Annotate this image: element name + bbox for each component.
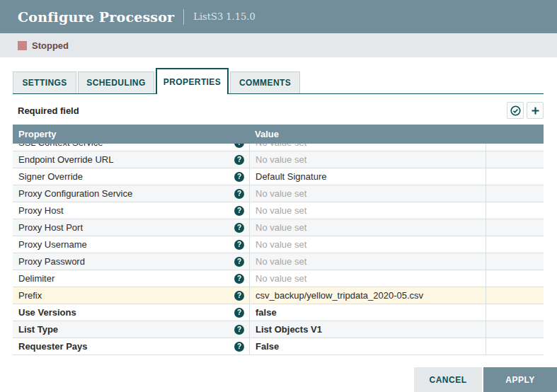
property-value: False [255,341,279,352]
column-header-value: Value [249,129,544,139]
property-cell: Requester Pays [13,338,249,354]
tab-scheduling-label: SCHEDULING [86,78,145,88]
property-row[interactable]: Endpoint Override URL No value set [13,151,544,168]
property-name: Proxy Host Port [18,222,83,233]
property-name: Use Versions [18,307,76,318]
property-row[interactable]: Proxy Configuration Service No value set [13,185,544,202]
properties-table-header: Property Value [13,125,544,144]
help-icon[interactable] [234,257,244,267]
property-cell: Prefix [13,287,249,304]
property-value: No value set [255,144,306,148]
help-icon[interactable] [234,189,244,199]
tab-comments-label: COMMENTS [239,78,291,88]
row-trailing-cell [486,304,544,321]
help-icon[interactable] [234,155,244,165]
property-row[interactable]: Proxy Host No value set [13,202,544,219]
dialog-titlebar: Configure Processor ListS3 1.15.0 [0,0,557,33]
plus-icon [530,105,541,116]
tab-settings[interactable]: SETTINGS [13,71,76,93]
property-name: Proxy Password [18,256,85,267]
value-cell[interactable]: No value set [249,185,486,202]
property-name: Endpoint Override URL [18,154,113,165]
property-cell: Endpoint Override URL [13,151,249,168]
tab-comments[interactable]: COMMENTS [230,71,300,93]
stopped-status-icon [18,41,27,50]
property-value: csv_backup/yellow_tripdata_2020-05.csv [255,290,423,301]
property-cell: Proxy Configuration Service [13,185,249,202]
property-row[interactable]: Proxy Password No value set [13,253,544,270]
row-trailing-cell [486,219,544,236]
apply-button[interactable]: APPLY [483,367,557,392]
property-value: No value set [255,222,306,233]
property-name: Delimiter [18,273,54,284]
property-row[interactable]: List Type List Objects V1 [13,321,544,338]
properties-table-body[interactable]: SSL Context Service No value set Endpoin… [13,144,544,355]
processor-name-version: ListS3 1.15.0 [193,11,255,22]
property-row[interactable]: Signer Override Default Signature [13,168,544,185]
property-name: Signer Override [18,171,83,182]
property-cell: Use Versions [13,304,249,321]
help-icon[interactable] [234,308,244,318]
row-trailing-cell [486,202,544,219]
status-bar: Stopped [0,33,557,57]
property-row[interactable]: Prefix csv_backup/yellow_tripdata_2020-0… [13,287,544,304]
verify-properties-button[interactable] [507,102,524,119]
cancel-button[interactable]: CANCEL [414,367,482,392]
property-row[interactable]: Use Versions false [13,304,544,321]
tab-properties[interactable]: PROPERTIES [156,68,229,94]
help-icon[interactable] [234,223,244,233]
required-field-label: Required field [18,105,79,116]
help-icon[interactable] [234,144,244,148]
help-icon[interactable] [234,206,244,216]
tab-settings-label: SETTINGS [22,78,67,88]
property-value: No value set [255,188,306,199]
property-name: Proxy Host [18,205,64,216]
value-cell[interactable]: Default Signature [249,168,486,185]
value-cell[interactable]: No value set [249,144,486,151]
tab-bar: SETTINGS SCHEDULING PROPERTIES COMMENTS [13,68,544,94]
value-cell[interactable]: csv_backup/yellow_tripdata_2020-05.csv [249,287,486,304]
value-cell[interactable]: False [249,338,486,354]
help-icon[interactable] [234,325,244,335]
properties-table: Property Value SSL Context Service No va… [13,125,544,355]
property-row[interactable]: Proxy Username No value set [13,236,544,253]
value-cell[interactable]: false [249,304,486,321]
value-cell[interactable]: List Objects V1 [249,321,486,338]
property-name: Proxy Configuration Service [18,188,132,199]
property-value: No value set [255,239,306,250]
value-cell[interactable]: No value set [249,219,486,236]
property-value: No value set [255,273,306,284]
property-value: List Objects V1 [255,324,322,335]
help-icon[interactable] [234,240,244,250]
help-icon[interactable] [234,274,244,284]
property-row[interactable]: Proxy Host Port No value set [13,219,544,236]
property-row[interactable]: SSL Context Service No value set [13,144,544,151]
property-cell: Signer Override [13,168,249,185]
property-row[interactable]: Delimiter No value set [13,270,544,287]
property-cell: Proxy Username [13,236,249,253]
value-cell[interactable]: No value set [249,236,486,253]
help-icon[interactable] [234,291,244,301]
value-cell[interactable]: No value set [249,202,486,219]
row-trailing-cell [486,270,544,287]
property-name: Requester Pays [18,341,88,352]
row-trailing-cell [486,168,544,185]
add-property-button[interactable] [527,102,544,119]
help-icon[interactable] [234,172,244,182]
property-cell: Proxy Password [13,253,249,270]
property-cell: Proxy Host Port [13,219,249,236]
tab-scheduling[interactable]: SCHEDULING [78,71,154,93]
help-icon[interactable] [234,342,244,352]
property-value: No value set [255,154,306,165]
property-cell: List Type [13,321,249,338]
row-trailing-cell [486,321,544,338]
configure-processor-dialog: Configure Processor ListS3 1.15.0 Stoppe… [0,0,557,392]
value-cell[interactable]: No value set [249,270,486,287]
dialog-title: Configure Processor [18,9,174,25]
value-cell[interactable]: No value set [249,151,486,168]
row-trailing-cell [486,185,544,202]
property-row[interactable]: Requester Pays False [13,338,544,355]
value-cell[interactable]: No value set [249,253,486,270]
property-value: Default Signature [255,171,326,182]
column-header-property: Property [13,129,249,139]
